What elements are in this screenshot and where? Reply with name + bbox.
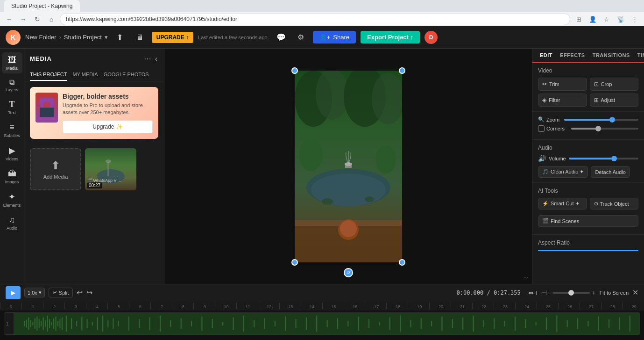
close-timeline-button[interactable]: ✕ [632,288,638,297]
share-button[interactable]: 👤+ Share [313,31,356,43]
canvas-handle-bottom-right[interactable] [399,259,405,266]
canvas-handle-top-right[interactable] [399,67,405,74]
fit-frames-button[interactable]: ⊢⊣ [536,289,547,297]
tab-this-project[interactable]: THIS PROJECT [30,69,67,81]
svg-rect-81 [400,316,401,332]
back-button[interactable]: ← [4,14,15,25]
svg-rect-93 [525,319,526,328]
aspect-ratio-bar [538,250,638,251]
zoom-slider-track[interactable] [564,119,638,121]
cast-button[interactable]: 📡 [615,14,626,25]
sidebar-item-layers[interactable]: ⧉ Layers [2,75,22,95]
upgrade-button[interactable]: UPGRADE ↑ [152,32,193,43]
present-button[interactable]: 🖥 [132,30,147,45]
volume-slider-thumb[interactable] [611,156,617,161]
svg-rect-100 [598,317,599,331]
audio-icon: ♫ [9,215,15,225]
folder-name[interactable]: New Folder [25,34,56,41]
star-button[interactable]: ☆ [601,14,612,25]
canvas-area: ↺ ⋯ [164,49,532,284]
ruler-mark: :6 [129,303,150,309]
canvas-handle-top-left[interactable] [291,67,298,74]
media-panel-close-button[interactable]: ‹ [154,53,158,64]
add-media-button[interactable]: ⬆ Add Media [30,148,81,190]
forward-button[interactable]: → [18,14,29,25]
tab-transitions[interactable]: TRANSITIONS [589,49,634,62]
profile-button[interactable]: 👤 [587,14,598,25]
media-item[interactable]: 00:27 🎬 WhatsApp Vi... [85,148,136,190]
fit-to-screen-button[interactable]: Fit to Screen [600,290,629,296]
canvas-container[interactable]: ↺ [295,71,402,262]
track-object-button[interactable]: ⊙ Track Object [590,198,639,210]
menu-button[interactable]: ⋮ [629,14,640,25]
svg-rect-88 [473,316,474,332]
svg-rect-49 [92,322,93,326]
home-button[interactable]: ⌂ [46,14,57,25]
clean-audio-button[interactable]: 🎵 Clean Audio ✦ [538,166,588,178]
ruler-marks: 0:1:2:3:4:5:6:7:8:9:10:11:12:13:14:15:16… [0,303,644,309]
split-button[interactable]: ✂ Split [49,288,73,297]
svg-rect-61 [191,321,192,326]
canvas-handle-bottom-left[interactable] [291,259,298,266]
svg-rect-84 [431,321,432,326]
upgrade-banner-button[interactable]: Upgrade ✨ [63,120,153,133]
ruler-mark: :3 [64,303,86,309]
tab-timing[interactable]: TIMING [634,49,644,62]
corners-slider-track[interactable] [571,128,638,130]
timeline-track-1[interactable]: 1 [4,312,640,335]
link-frames-button[interactable]: ⇔ [528,289,534,297]
sidebar-item-audio[interactable]: ♫ Audio [2,212,22,233]
canvas-rotate-handle[interactable]: ↺ [344,268,353,277]
sidebar-item-videos[interactable]: ▶ Videos [2,143,22,164]
sidebar-item-text[interactable]: T Text [2,97,22,118]
svg-rect-55 [128,317,129,331]
zoom-out-button[interactable]: - [549,289,551,297]
zoom-slider-thumb[interactable] [609,117,615,123]
smart-cut-button[interactable]: ⚡ Smart Cut ✦ [538,198,587,210]
sidebar-item-elements[interactable]: ✦ Elements [2,189,22,210]
svg-rect-69 [275,321,276,326]
redo-button[interactable]: ↪ [86,288,92,297]
chevron-down-icon[interactable]: ▾ [105,34,108,41]
address-bar[interactable]: https://www.kapwing.com/63922b8ed3939a00… [60,13,570,25]
adjust-button[interactable]: ⊞ Adjust [590,94,639,107]
svg-rect-92 [515,317,516,331]
reload-button[interactable]: ↻ [32,14,43,25]
undo-button[interactable]: ↩ [77,288,83,297]
user-avatar[interactable]: D [425,31,438,44]
volume-slider-track[interactable] [569,158,638,159]
sidebar-item-media[interactable]: 🖼 Media [2,52,22,73]
tab-effects[interactable]: EFFECTS [556,49,589,62]
filter-button[interactable]: ◈ Filter [538,94,587,107]
detach-audio-button[interactable]: Detach Audio [591,166,630,178]
svg-rect-29 [32,322,33,326]
extensions-button[interactable]: ⊞ [573,14,584,25]
tab-google-photos[interactable]: GOOGLE PHOTOS [104,69,149,81]
tab-edit[interactable]: EDIT [536,49,556,62]
app-header: K New Folder › Studio Project ▾ ⬆ 🖥 UPGR… [0,26,644,49]
media-panel-more-button[interactable]: ⋯ [143,53,152,64]
play-button[interactable]: ▶ [6,286,21,299]
sidebar-item-images[interactable]: 🏔 Images [2,166,22,187]
speed-selector[interactable]: 1.0x ▾ [24,288,45,297]
svg-rect-30 [35,318,35,329]
zoom-thumb[interactable] [568,290,574,296]
find-scenes-button[interactable]: 🎬 Find Scenes [538,215,638,227]
corners-slider-thumb[interactable] [595,126,601,131]
sidebar-item-subtitles[interactable]: ≡ Subtitles [2,120,22,141]
upload-button[interactable]: ⬆ [113,30,127,45]
export-button[interactable]: Export Project ↑ [361,31,420,43]
tab-my-media[interactable]: MY MEDIA [72,69,98,81]
zoom-slider[interactable] [552,292,590,294]
zoom-in-button[interactable]: + [592,289,595,297]
comments-button[interactable]: 💬 [274,30,289,45]
browser-tab[interactable]: Studio Project - Kapwing [4,0,80,12]
crop-button[interactable]: ⊡ Crop [590,78,639,91]
settings-button[interactable]: ⚙ [293,30,308,45]
project-name[interactable]: Studio Project [64,34,102,41]
ruler-mark: :20 [429,303,451,309]
ruler-mark: :1 [21,303,43,309]
ruler-mark: 0 [0,303,21,309]
trim-button[interactable]: ✂ Trim [538,78,587,91]
svg-rect-62 [201,317,202,331]
